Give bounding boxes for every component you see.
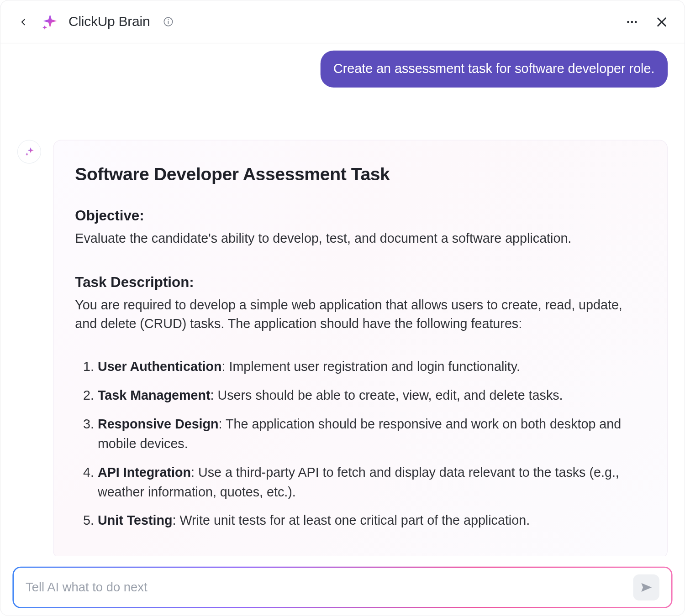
feature-label: Responsive Design [98, 417, 219, 432]
back-button[interactable] [15, 13, 32, 30]
assistant-message-row: Software Developer Assessment Task Objec… [17, 140, 668, 556]
svg-point-5 [635, 21, 637, 23]
list-item: Unit Testing: Write unit tests for at le… [98, 512, 646, 531]
ellipsis-icon [626, 15, 639, 28]
list-item: Responsive Design: The application shoul… [98, 415, 646, 454]
feature-label: API Integration [98, 465, 191, 480]
sparkle-icon [23, 146, 35, 157]
chevron-left-icon [18, 16, 28, 27]
assistant-avatar [17, 140, 41, 163]
svg-point-4 [631, 21, 633, 23]
svg-point-3 [627, 21, 629, 23]
close-button[interactable] [653, 13, 670, 30]
svg-point-2 [168, 19, 169, 20]
brain-logo-icon [41, 13, 59, 31]
objective-heading: Objective: [75, 207, 646, 224]
feature-label: Task Management [98, 388, 211, 403]
feature-text: : Users should be able to create, view, … [211, 388, 563, 403]
composer-input[interactable] [26, 580, 625, 595]
response-title: Software Developer Assessment Task [75, 164, 646, 184]
feature-text: : Implement user registration and login … [221, 359, 520, 374]
header: ClickUp Brain [0, 0, 684, 43]
assistant-response-card: Software Developer Assessment Task Objec… [53, 140, 668, 556]
task-body: You are required to develop a simple web… [75, 297, 646, 333]
user-message-bubble: Create an assessment task for software d… [320, 51, 668, 87]
composer [12, 567, 672, 608]
send-button[interactable] [633, 574, 659, 600]
task-heading: Task Description: [75, 274, 646, 291]
more-button[interactable] [624, 13, 641, 30]
send-icon [640, 581, 653, 594]
feature-label: Unit Testing [98, 513, 173, 528]
close-icon [655, 15, 669, 28]
feature-list: User Authentication: Implement user regi… [75, 357, 646, 531]
list-item: Task Management: Users should be able to… [98, 386, 646, 405]
feature-label: User Authentication [98, 359, 222, 374]
objective-body: Evaluate the candidate's ability to deve… [75, 230, 646, 248]
list-item: User Authentication: Implement user regi… [98, 357, 646, 376]
list-item: API Integration: Use a third-party API t… [98, 463, 646, 502]
feature-text: : Write unit tests for at least one crit… [173, 513, 530, 528]
user-message-row: Create an assessment task for software d… [17, 51, 668, 87]
info-icon[interactable] [163, 16, 174, 27]
page-title: ClickUp Brain [68, 14, 150, 30]
